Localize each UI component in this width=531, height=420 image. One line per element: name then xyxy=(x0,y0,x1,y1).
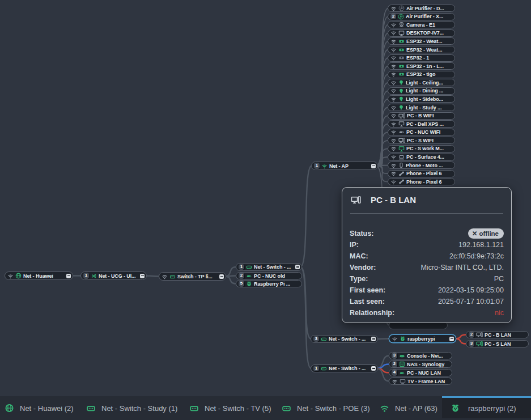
node-nucold[interactable]: 2PC - NUC old xyxy=(236,272,302,279)
collapse-button[interactable] xyxy=(371,164,376,168)
node-tvframe[interactable]: TV - Frame LAN xyxy=(389,377,452,385)
node-raspiold[interactable]: 5Raspberry Pi ... xyxy=(236,280,302,287)
node-r5[interactable]: ESP32 - Weat... xyxy=(388,37,455,45)
collapse-button[interactable] xyxy=(66,274,71,278)
node-r6[interactable]: ESP32 - Weat... xyxy=(388,46,455,53)
node-label: Net - UCG - Ul... xyxy=(99,273,135,279)
switch-icon xyxy=(321,336,327,342)
node-label: Phone - Moto ... xyxy=(406,163,443,168)
nas-icon xyxy=(399,361,405,367)
detail-value: 192.168.1.121 xyxy=(458,241,504,249)
port-badge: 2 xyxy=(469,332,474,338)
node-pcnuc2[interactable]: 4PC - NUC LAN xyxy=(389,369,452,376)
node-r1[interactable]: Air Purifier - D... xyxy=(388,5,455,12)
wifi-icon xyxy=(390,146,397,151)
wifi-icon xyxy=(390,6,397,11)
node-r3[interactable]: Camera - E1 xyxy=(388,21,455,28)
node-sw3[interactable]: 3Net - Switch - ... xyxy=(311,335,378,343)
tab-net-ap-63[interactable]: Net - AP (63) xyxy=(380,396,437,420)
esp32-icon xyxy=(398,39,405,44)
tab-net-switch-poe-3[interactable]: Net - Switch - POE (3) xyxy=(282,396,370,420)
node-r18[interactable]: PC - S work M... xyxy=(388,145,455,152)
tab-label: Net - Switch - Study (1) xyxy=(101,404,177,413)
tab-label: raspberrypi (2) xyxy=(468,404,516,413)
node-label: TV - Frame LAN xyxy=(407,379,445,384)
collapse-button[interactable] xyxy=(219,274,224,279)
switch-icon xyxy=(169,274,176,279)
node-pcblan[interactable]: 2PC - B LAN xyxy=(466,331,529,338)
esp32-icon xyxy=(398,47,405,53)
node-label: Air Purifier - X... xyxy=(406,14,443,19)
node-r21[interactable]: Phone - Pixel 6 xyxy=(388,170,455,177)
node-label: Net - Switch - ... xyxy=(254,264,291,270)
node-rpi[interactable]: raspberrypi xyxy=(389,334,456,343)
collapse-button[interactable] xyxy=(140,274,145,278)
network-topology-app: Net - Huawei1Net - UCG - Ul...Switch - T… xyxy=(0,0,531,420)
node-r20[interactable]: Phone - Moto ... xyxy=(388,162,455,169)
pc-icon xyxy=(398,137,405,143)
tab-label: Net - Switch - TV (5) xyxy=(205,404,271,413)
node-r13[interactable]: Light - Study ... xyxy=(388,104,455,111)
tab-label: Net - Huawei (2) xyxy=(20,404,74,413)
node-label: raspberrypi xyxy=(407,336,435,342)
node-r16[interactable]: PC - NUC WIFI xyxy=(388,129,455,136)
node-r7[interactable]: ESP32 - 1 xyxy=(388,54,455,62)
popup-rows: Status:✕ offlineIP:192.168.1.121MAC:2c:f… xyxy=(342,214,511,319)
node-r19[interactable]: PC - Surface 4... xyxy=(388,154,455,161)
wifi-icon xyxy=(390,63,397,69)
node-label: ESP32 - tigo xyxy=(406,71,435,77)
detail-label: Status: xyxy=(350,230,373,237)
node-r11[interactable]: Light - Dining ... xyxy=(388,87,455,95)
wifi-icon xyxy=(390,154,397,160)
laptop-icon xyxy=(398,154,405,160)
node-r8[interactable]: ESP32 - 1n - L... xyxy=(388,62,455,70)
detail-row: IP:192.168.1.121 xyxy=(350,239,504,251)
node-r9[interactable]: ESP32 - tigo xyxy=(388,71,455,78)
tab-net-switch-tv-5[interactable]: Net - Switch - TV (5) xyxy=(189,396,271,420)
node-label: Air Purifier - D... xyxy=(406,6,444,11)
esp32-icon xyxy=(398,71,405,77)
tab-net-switch-study-1[interactable]: Net - Switch - Study (1) xyxy=(86,396,177,420)
esp32-icon xyxy=(398,55,405,61)
switch-icon xyxy=(282,404,291,413)
collapse-button[interactable] xyxy=(295,265,300,269)
node-r17[interactable]: PC - S WIFI xyxy=(388,137,455,144)
edge-ucg-tp xyxy=(145,276,159,277)
crossover-icon xyxy=(91,273,97,279)
nuc-icon xyxy=(399,370,405,376)
node-label: PC - Surface 4... xyxy=(406,154,444,160)
node-pcslan[interactable]: 3PC - S LAN xyxy=(466,340,529,347)
tab-label: Net - AP (63) xyxy=(395,404,437,413)
node-huawei[interactable]: Net - Huawei xyxy=(5,271,73,280)
node-r10[interactable]: Light - Ceiling... xyxy=(388,79,455,86)
port-badge: 1 xyxy=(313,366,319,372)
node-r22[interactable]: Phone - Pixel 6 xyxy=(388,178,455,185)
node-r2[interactable]: 2Air Purifier - X... xyxy=(388,13,455,20)
node-label: Light - Sidebo... xyxy=(406,96,443,102)
nuc-icon xyxy=(398,129,405,135)
wifi-icon xyxy=(390,30,397,36)
node-r4[interactable]: DESKTOP-IV7... xyxy=(388,29,455,37)
node-sw1[interactable]: 1Net - Switch - ... xyxy=(236,263,302,271)
wifi-icon xyxy=(390,163,397,168)
detail-row: Last seen:2025-07-17 10:01:07 xyxy=(350,296,504,307)
node-netap[interactable]: 1Net - AP xyxy=(311,162,378,170)
node-tp[interactable]: Switch - TP li... xyxy=(159,272,226,281)
tab-raspberrypi-2[interactable]: raspberrypi (2) xyxy=(442,396,531,418)
port-badge: 2 xyxy=(390,14,396,20)
detail-row: Status:✕ offline xyxy=(350,228,504,239)
collapse-button[interactable] xyxy=(449,337,454,341)
collapse-button[interactable] xyxy=(371,366,376,371)
port-badge: 5 xyxy=(239,281,244,287)
tab-net-huawei-2[interactable]: Net - Huawei (2) xyxy=(5,396,74,420)
node-r14[interactable]: PC - B WIFI xyxy=(388,112,455,120)
node-nas[interactable]: 2NAS - Synology xyxy=(389,360,452,368)
collapse-button[interactable] xyxy=(371,337,376,341)
node-ucg[interactable]: 1Net - UCG - Ul... xyxy=(80,271,147,280)
access-point-icon xyxy=(321,163,328,169)
node-sw4[interactable]: 1Net - Switch - ... xyxy=(311,364,378,372)
node-console[interactable]: 3Console - Nvi... xyxy=(389,352,452,359)
node-r12[interactable]: Light - Sidebo... xyxy=(388,95,455,103)
node-label: Phone - Pixel 6 xyxy=(406,179,442,185)
node-r15[interactable]: PC - Dell XPS ... xyxy=(388,120,455,128)
